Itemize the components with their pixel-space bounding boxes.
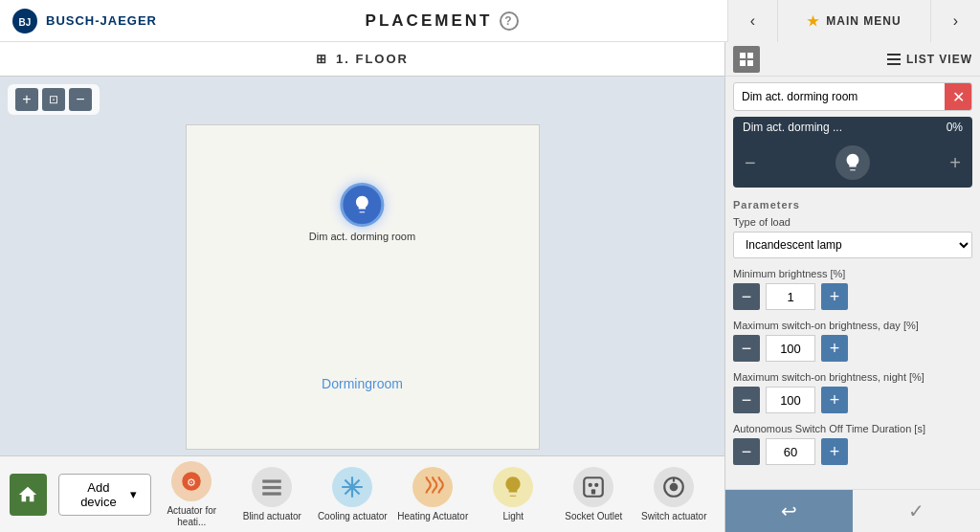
device-icon-circle [340,183,384,227]
auto-switch-off-minus-button[interactable]: − [733,438,760,465]
svg-point-9 [594,482,598,486]
cooling-actuator-icon [332,467,372,507]
card-plus-button[interactable]: + [949,152,961,174]
light-icon [493,467,533,507]
device-label-6: Switch actuator [641,511,706,522]
back-button[interactable]: ↩ [725,490,853,532]
home-icon [17,484,38,505]
auto-switch-off-plus-button[interactable]: + [821,438,848,465]
device-label-7: Movement detect... [714,505,715,528]
page-title: PLACEMENT ? [366,11,520,31]
max-brightness-night-minus-button[interactable]: − [733,387,760,413]
main-layout: ⊞ 1. FLOOR + ⊡ − Dim act. d [0,42,980,532]
max-brightness-night-plus-button[interactable]: + [821,387,848,413]
busch-jaeger-logo: BJ [11,8,38,34]
device-label-3: Heating Actuator [397,511,468,522]
list-icon [887,53,901,66]
device-card: Dim act. dorming ... 0% − + [733,117,972,188]
svg-rect-10 [591,489,595,494]
device-label-0: Actuator for heati... [151,505,232,528]
nav-buttons: ‹ ★ MAIN MENU › [727,0,980,42]
blind-actuator-icon [252,467,292,507]
svg-text:⚙: ⚙ [187,477,196,488]
floor-bar: ⊞ 1. FLOOR [0,42,724,77]
device-item-heating-actuator[interactable]: Heating Actuator [392,456,473,533]
add-device-button[interactable]: Add device ▾ [58,474,152,516]
logo-text: BUSCH-JAEGER [46,13,157,28]
svg-rect-14 [740,53,746,58]
device-card-name: Dim act. dorming ... [743,121,842,134]
auto-switch-off-value: 60 [766,438,815,465]
floor-label: 1. FLOOR [336,52,409,66]
max-brightness-day-plus-button[interactable]: + [821,335,848,362]
main-menu-button[interactable]: ★ MAIN MENU [777,0,930,42]
type-of-load-select[interactable]: Incandescent lamp LED Fluorescent [733,232,972,258]
nav-next-button[interactable]: › [930,0,980,42]
search-close-button[interactable]: ✕ [945,83,971,110]
max-brightness-day-minus-button[interactable]: − [733,335,760,362]
svg-rect-5 [263,485,282,488]
max-brightness-day-value: 100 [766,335,815,362]
param-row-type-of-load: Type of load Incandescent lamp LED Fluor… [733,216,972,258]
socket-outlet-icon [573,467,613,507]
svg-rect-20 [887,63,901,65]
home-button[interactable] [10,474,47,516]
light-bulb-icon [351,194,372,215]
param-row-max-brightness-day: Maximum switch-on brightness, day [%] − … [733,320,972,362]
param-row-min-brightness: Minimum brightness [%] − 1 + [733,268,972,310]
card-minus-button[interactable]: − [745,152,756,174]
device-item-switch-actuator[interactable]: Switch actuator [634,456,714,533]
switch-actuator-icon [654,467,694,507]
min-brightness-plus-button[interactable]: + [821,283,848,310]
svg-rect-19 [887,58,901,60]
floor-icon: ⊞ [316,52,328,66]
room-label: Dormingroom [322,376,403,391]
right-panel-header: LIST VIEW [725,42,980,77]
canvas-device[interactable]: Dim act. dorming room [309,183,415,242]
svg-rect-17 [747,60,753,66]
device-card-value: 0% [947,121,963,134]
help-icon[interactable]: ? [500,11,519,31]
canvas-device-label: Dim act. dorming room [309,231,415,242]
svg-point-12 [670,482,679,491]
heating-actuator-icon [412,467,453,507]
list-view-label: LIST VIEW [887,53,972,66]
device-label-2: Cooling actuator [318,511,388,522]
device-label-4: Light [502,511,523,522]
device-item-light[interactable]: Light [473,456,553,533]
param-row-auto-switch-off: Autonomous Switch Off Time Duration [s] … [733,423,972,465]
bottom-toolbar: Add device ▾ ⚙ Actuator for heati... [0,455,724,532]
param-label-type-of-load: Type of load [733,216,972,228]
svg-rect-18 [887,54,901,55]
device-item-cooling-actuator[interactable]: Cooling actuator [312,456,392,533]
device-item-socket-outlet[interactable]: Socket Outlet [553,456,634,533]
canvas-area: + ⊡ − Dim act. dorming room Dormingroom [0,77,724,455]
svg-rect-16 [740,60,746,66]
zoom-add-button[interactable]: + [15,88,38,111]
grid-view-button[interactable] [733,46,760,73]
search-input[interactable] [734,85,945,108]
min-brightness-value: 1 [766,283,815,310]
max-brightness-night-value: 100 [766,387,815,413]
svg-text:BJ: BJ [19,17,32,28]
device-item-blind-actuator[interactable]: Blind actuator [232,456,312,533]
nav-prev-button[interactable]: ‹ [727,0,777,42]
param-label-max-brightness-night: Maximum switch-on brightness, night [%] [733,371,972,383]
device-items: ⚙ Actuator for heati... Blind actuat [151,456,715,533]
param-label-auto-switch-off: Autonomous Switch Off Time Duration [s] [733,423,972,434]
param-row-max-brightness-night: Maximum switch-on brightness, night [%] … [733,371,972,413]
svg-rect-15 [747,53,753,58]
device-item-movement-detector[interactable]: Movement detect... [714,456,715,533]
actuator-heating-icon: ⚙ [171,461,212,501]
card-light-icon [835,145,870,180]
confirm-button[interactable]: ✓ [853,490,980,532]
device-item-actuator-heating[interactable]: ⚙ Actuator for heati... [151,456,232,533]
right-panel: LIST VIEW ✕ Dim act. dorming ... 0% − + [724,42,980,532]
min-brightness-minus-button[interactable]: − [733,283,760,310]
zoom-fit-button[interactable]: ⊡ [42,88,65,111]
svg-rect-6 [263,492,282,495]
device-label-1: Blind actuator [243,511,301,522]
star-icon: ★ [807,13,820,29]
zoom-remove-button[interactable]: − [69,88,92,111]
left-panel: ⊞ 1. FLOOR + ⊡ − Dim act. d [0,42,724,532]
